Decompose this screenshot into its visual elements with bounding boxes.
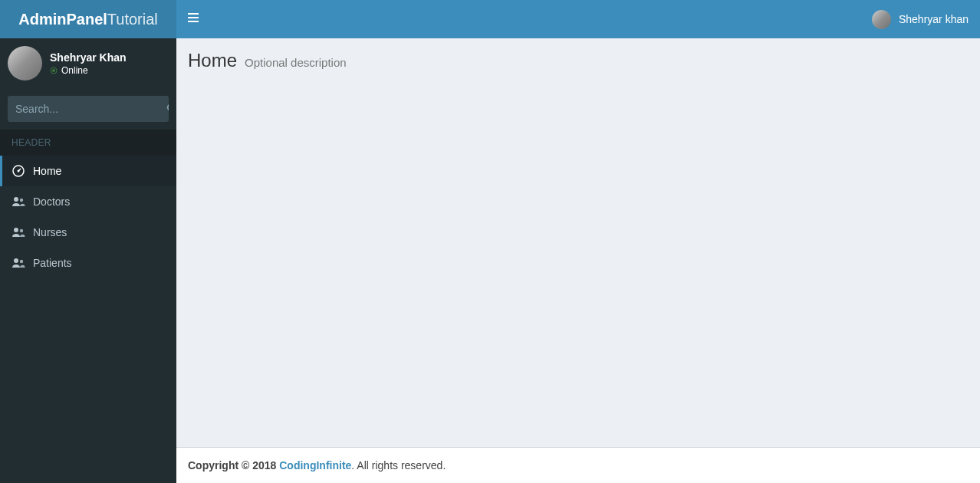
search-button[interactable] (157, 96, 169, 122)
sidebar-item-patients[interactable]: Patients (0, 248, 176, 278)
sidebar-item-label: Home (33, 165, 61, 177)
sidebar-user-panel: Shehryar Khan Online (0, 38, 176, 88)
svg-rect-14 (188, 17, 199, 18)
topbar: Shehryar khan (176, 0, 980, 38)
user-status[interactable]: Online (50, 65, 127, 76)
users-icon (12, 258, 25, 268)
svg-point-1 (52, 69, 55, 72)
sidebar-item-doctors[interactable]: Doctors (0, 186, 176, 217)
svg-point-6 (18, 170, 20, 172)
search-icon (166, 103, 169, 116)
user-status-text: Online (61, 65, 88, 76)
svg-point-2 (168, 104, 169, 110)
sidebar-item-label: Doctors (33, 196, 70, 208)
footer-suffix: . All rights reserved. (351, 459, 446, 472)
svg-rect-13 (188, 13, 199, 15)
users-icon (12, 196, 25, 207)
brand-light: Tutorial (107, 11, 158, 28)
content-body (176, 71, 980, 447)
brand-logo[interactable]: AdminPanelTutorial (0, 0, 176, 38)
sidebar-item-home[interactable]: Home (0, 156, 176, 186)
users-icon (12, 227, 25, 238)
svg-point-12 (20, 260, 23, 263)
sidebar-menu: Home Doctors (0, 156, 176, 278)
page-title: Home (188, 50, 237, 71)
topbar-user-name: Shehryar khan (899, 13, 968, 25)
brand-bold: AdminPanel (18, 11, 107, 28)
user-avatar[interactable] (8, 46, 42, 80)
topbar-avatar (872, 10, 891, 29)
svg-point-10 (20, 229, 23, 232)
dashboard-icon (12, 165, 25, 177)
sidebar-section-header: HEADER (0, 130, 176, 156)
svg-point-9 (14, 228, 18, 232)
footer-copyright: Copyright © 2018 CodingInfinite (188, 459, 351, 472)
footer: Copyright © 2018 CodingInfinite. All rig… (176, 447, 980, 483)
hamburger-icon (188, 12, 199, 26)
svg-point-8 (20, 199, 23, 202)
footer-link[interactable]: CodingInfinite (279, 459, 351, 472)
sidebar-item-label: Patients (33, 257, 72, 269)
topbar-user-menu[interactable]: Shehryar khan (860, 10, 980, 29)
page-description: Optional description (245, 56, 347, 69)
sidebar-search-form (0, 88, 176, 130)
svg-point-11 (14, 258, 18, 263)
sidebar-item-nurses[interactable]: Nurses (0, 217, 176, 248)
main-area: Shehryar khan Home Optional description … (176, 0, 980, 483)
search-input[interactable] (8, 96, 157, 122)
sidebar: AdminPanelTutorial Shehryar Khan Online (0, 0, 176, 483)
content-header: Home Optional description (176, 38, 980, 71)
svg-rect-15 (188, 21, 199, 22)
user-name: Shehryar Khan (50, 51, 127, 64)
svg-point-7 (14, 197, 18, 202)
online-status-icon (50, 67, 58, 74)
sidebar-item-label: Nurses (33, 226, 67, 238)
sidebar-toggle-button[interactable] (176, 0, 210, 38)
